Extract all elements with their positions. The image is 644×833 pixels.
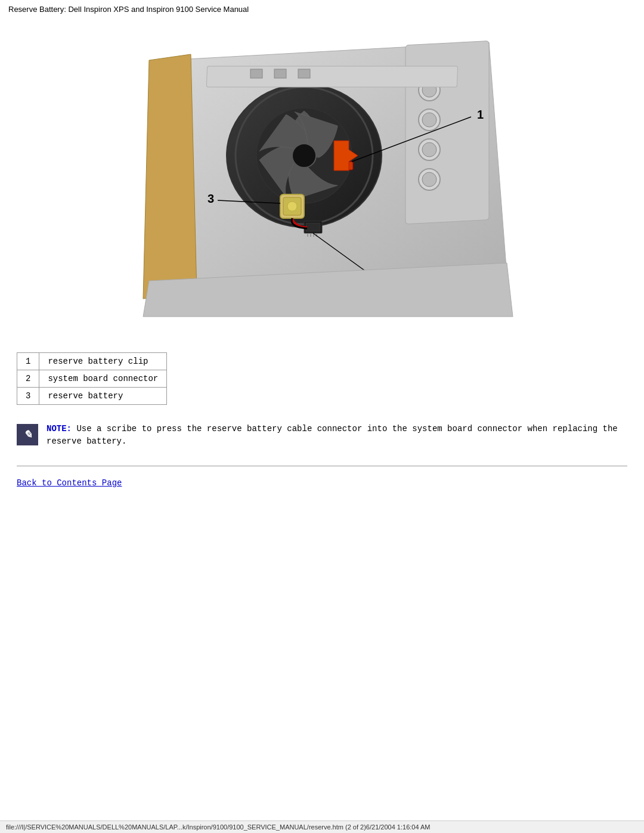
status-bar: file:///I|/SERVICE%20MANUALS/DELL%20MANU… xyxy=(0,820,644,833)
note-text: NOTE: Use a scribe to press the reserve … xyxy=(47,423,627,448)
svg-rect-18 xyxy=(298,69,310,78)
note-label: NOTE: xyxy=(47,424,72,433)
svg-rect-17 xyxy=(274,69,286,78)
svg-rect-23 xyxy=(306,223,320,231)
svg-text:3: 3 xyxy=(208,192,214,205)
svg-text:1: 1 xyxy=(477,108,484,121)
part-number: 2 xyxy=(17,370,39,388)
table-row: 3 reserve battery xyxy=(17,388,167,405)
part-description: reserve battery xyxy=(39,388,167,405)
part-description: reserve battery clip xyxy=(39,353,167,370)
note-section: ✎ NOTE: Use a scribe to press the reserv… xyxy=(17,423,627,448)
svg-point-10 xyxy=(422,113,436,127)
page-title: Reserve Battery: Dell Inspiron XPS and I… xyxy=(0,0,644,18)
svg-point-14 xyxy=(422,172,436,187)
part-number: 3 xyxy=(17,388,39,405)
table-row: 2 system board connector xyxy=(17,370,167,388)
part-description: system board connector xyxy=(39,370,167,388)
part-number: 1 xyxy=(17,353,39,370)
diagram-area: 1 2 3 xyxy=(8,24,636,335)
svg-marker-1 xyxy=(143,54,197,299)
parts-table: 1 reserve battery clip 2 system board co… xyxy=(17,352,167,405)
note-icon: ✎ xyxy=(17,424,38,445)
svg-point-5 xyxy=(292,144,316,168)
hardware-diagram: 1 2 3 xyxy=(119,24,525,335)
svg-rect-16 xyxy=(250,69,262,78)
back-to-contents-link[interactable]: Back to Contents Page xyxy=(17,478,627,488)
svg-point-30 xyxy=(287,202,297,211)
table-row: 1 reserve battery clip xyxy=(17,353,167,370)
divider xyxy=(17,466,627,466)
note-body: Use a scribe to press the reserve batter… xyxy=(47,424,618,446)
svg-rect-15 xyxy=(206,66,457,87)
svg-point-12 xyxy=(422,143,436,157)
